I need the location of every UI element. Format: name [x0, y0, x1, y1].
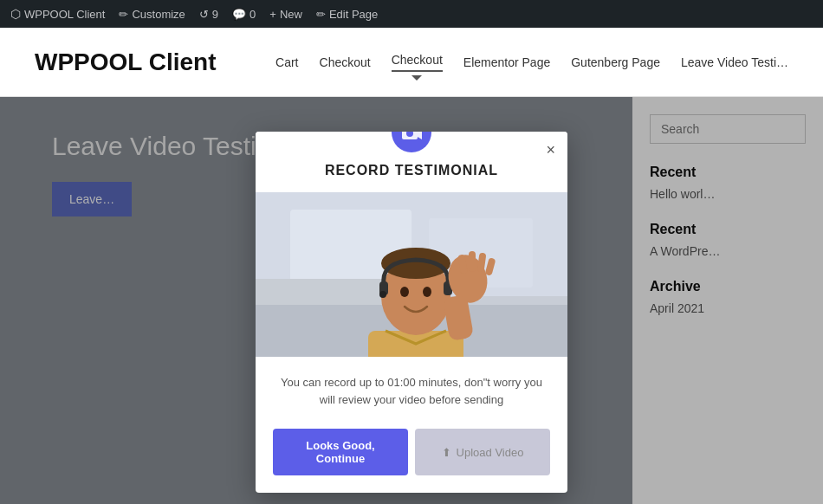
admin-edit-page[interactable]: ✏ Edit Page [316, 8, 378, 21]
modal-actions: Looks Good, Continue ⬆ Upload Video [256, 418, 567, 493]
svg-marker-2 [418, 132, 422, 139]
nav-gutenberg[interactable]: Gutenberg Page [571, 55, 660, 69]
svg-point-18 [423, 287, 431, 297]
nav-cart[interactable]: Cart [275, 55, 298, 69]
admin-customize[interactable]: ✏ Customize [119, 8, 185, 21]
customize-icon: ✏ [119, 8, 128, 21]
admin-new[interactable]: + New [269, 8, 302, 21]
site-logo[interactable]: WPPOOL Client [35, 48, 217, 76]
edit-icon: ✏ [316, 8, 326, 21]
nav-leave-video[interactable]: Leave Video Testi… [681, 55, 788, 69]
page-background: Leave Video Testimoni… Leave… Recent Hel… [0, 97, 823, 504]
modal-video-area [256, 192, 567, 357]
looks-good-button[interactable]: Looks Good, Continue [273, 429, 408, 475]
revisions-icon: ↺ [199, 8, 209, 21]
modal-close-button[interactable]: × [546, 142, 555, 158]
modal-wrapper: RECORD TESTIMONIAL × [0, 97, 823, 504]
modal-description: You can record up to 01:00 minutes, don"… [256, 357, 567, 418]
upload-video-button[interactable]: ⬆ Upload Video [415, 429, 550, 475]
modal-title: RECORD TESTIMONIAL [325, 163, 498, 178]
nav-checkout-active[interactable]: Checkout [392, 53, 443, 72]
site-header: WPPOOL Client Cart Checkout Checkout Ele… [0, 28, 823, 97]
comments-icon: 💬 [232, 8, 246, 21]
site-nav: Cart Checkout Checkout Elementor Page Gu… [275, 53, 788, 72]
svg-point-17 [400, 287, 409, 297]
admin-comments[interactable]: 💬 0 [232, 8, 256, 21]
admin-site-name[interactable]: ⬡ WPPOOL Client [10, 7, 105, 21]
svg-rect-21 [469, 251, 476, 272]
nav-elementor[interactable]: Elementor Page [463, 55, 550, 69]
svg-point-16 [379, 291, 386, 298]
nav-checkout-1[interactable]: Checkout [320, 55, 371, 69]
admin-revisions[interactable]: ↺ 9 [199, 8, 218, 21]
record-testimonial-modal: RECORD TESTIMONIAL × [256, 132, 567, 493]
admin-bar: ⬡ WPPOOL Client ✏ Customize ↺ 9 💬 0 + Ne… [0, 0, 823, 28]
wordpress-icon: ⬡ [10, 7, 21, 21]
upload-icon: ⬆ [442, 446, 451, 459]
plus-icon: + [269, 8, 276, 21]
